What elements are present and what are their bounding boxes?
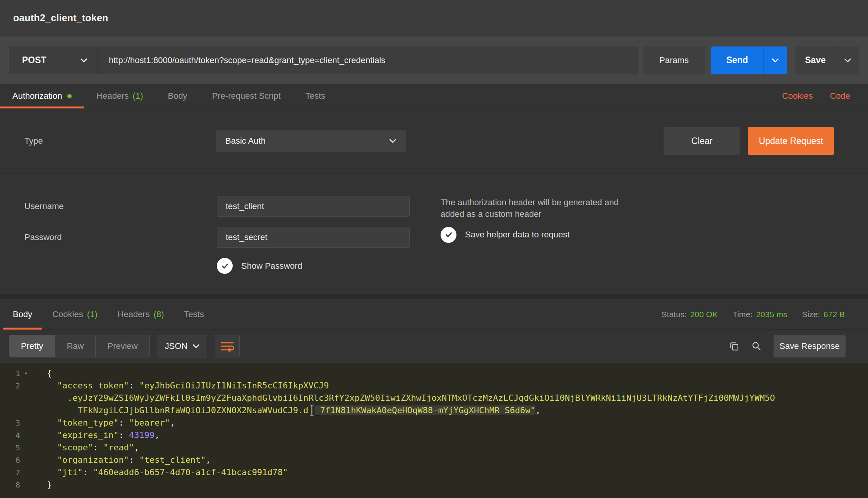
- response-toolbar: PrettyRawPreview JSON Save Resp: [0, 330, 868, 363]
- tab-tests[interactable]: Tests: [293, 84, 338, 108]
- line-number: 4: [0, 429, 20, 441]
- cookies-link[interactable]: Cookies: [782, 91, 813, 101]
- chevron-down-icon: [192, 344, 200, 349]
- code-row: "jti": "460eadd6-b657-4d70-a1cf-41bcac99…: [47, 466, 868, 479]
- response-format-dropdown[interactable]: JSON: [158, 335, 207, 357]
- code-line: 1▾{: [0, 367, 868, 380]
- tab-headers[interactable]: Headers(8): [108, 299, 174, 329]
- tab-pre-request-script[interactable]: Pre-request Script: [200, 84, 293, 108]
- tab-label: Body: [168, 91, 187, 101]
- auth-type-row: Type Basic Auth Clear Update Request: [0, 108, 868, 173]
- code-token: "expires_in": [47, 430, 118, 440]
- save-response-button[interactable]: Save Response: [774, 335, 846, 357]
- clear-button[interactable]: Clear: [664, 127, 740, 155]
- show-password-row: Show Password: [217, 258, 441, 274]
- show-password-label: Show Password: [241, 261, 302, 271]
- code-token: :: [83, 467, 93, 477]
- tab-headers[interactable]: Headers(1): [84, 84, 155, 108]
- save-helper-checkbox[interactable]: [441, 227, 456, 243]
- code-token: "organization": [47, 455, 129, 465]
- request-tab-links: CookiesCode: [782, 84, 868, 108]
- update-request-button[interactable]: Update Request: [748, 127, 834, 155]
- code-token: 43199: [129, 430, 154, 440]
- view-mode-pretty[interactable]: Pretty: [9, 335, 55, 357]
- copy-response-button[interactable]: [729, 341, 739, 352]
- response-toolbar-right: Save Response: [729, 335, 846, 357]
- send-options-button[interactable]: [763, 46, 787, 74]
- line-gutter: 5: [0, 441, 37, 454]
- chevron-down-icon: [772, 58, 779, 63]
- code-token: }: [47, 480, 52, 489]
- send-button-group: Send: [711, 46, 787, 74]
- line-gutter: 1▾: [0, 367, 37, 380]
- url-input[interactable]: http://host1:8000/oauth/token?scope=read…: [98, 46, 638, 74]
- method-dropdown[interactable]: POST: [9, 46, 98, 74]
- show-password-checkbox[interactable]: [217, 258, 233, 274]
- tab-label: Pre-request Script: [212, 91, 281, 101]
- meta-label: Status:: [662, 310, 687, 319]
- params-button[interactable]: Params: [643, 46, 705, 74]
- line-number: 7: [0, 466, 20, 479]
- line-gutter: 4: [0, 429, 37, 441]
- authorization-panel: Type Basic Auth Clear Update Request Use…: [0, 108, 868, 294]
- password-input[interactable]: test_secret: [217, 227, 410, 248]
- tab-body[interactable]: Body: [3, 299, 42, 329]
- tab-body[interactable]: Body: [155, 84, 199, 108]
- send-button[interactable]: Send: [711, 46, 763, 74]
- save-button[interactable]: Save: [795, 46, 836, 74]
- code-link[interactable]: Code: [830, 91, 850, 101]
- view-mode-preview[interactable]: Preview: [96, 335, 149, 357]
- method-label: POST: [22, 55, 46, 65]
- password-value: test_secret: [226, 232, 268, 242]
- check-icon: [444, 230, 453, 239]
- line-gutter: 7: [0, 466, 37, 479]
- search-response-button[interactable]: [751, 341, 762, 352]
- line-gutter: 8: [0, 479, 37, 491]
- request-tabs: AuthorizationHeaders(1)BodyPre-request S…: [0, 84, 338, 108]
- username-value: test_client: [226, 201, 264, 211]
- response-size: Size:672 B: [802, 310, 845, 319]
- code-row: "access_token": "eyJhbGciOiJIUzI1NiIsInR…: [47, 380, 868, 392]
- line-number: 3: [0, 417, 20, 429]
- save-helper-row: Save helper data to request: [441, 227, 868, 243]
- green-status-dot-icon: [67, 94, 72, 98]
- code-token: :: [118, 430, 129, 440]
- gutter-spacer: [20, 417, 32, 429]
- gutter-spacer: [20, 441, 32, 454]
- tab-count-badge: (8): [154, 309, 164, 319]
- credentials-area: Username test_client Password test_secre…: [0, 174, 868, 294]
- password-label: Password: [24, 232, 217, 242]
- tab-authorization[interactable]: Authorization: [0, 84, 84, 108]
- auth-type-dropdown[interactable]: Basic Auth: [216, 130, 406, 152]
- view-mode-raw[interactable]: Raw: [55, 335, 96, 357]
- response-body-editor[interactable]: 1▾{2 "access_token": "eyJhbGciOiJIUzI1Ni…: [0, 363, 868, 498]
- fold-arrow-icon[interactable]: ▾: [20, 367, 32, 380]
- meta-value: 200 OK: [690, 310, 718, 319]
- code-token: "eyJhbGciOiJIUzI1NiIsInR5cCI6IkpXVCJ9: [139, 381, 329, 390]
- chevron-down-icon: [389, 139, 396, 143]
- code-row: TFkNzgiLCJjbGllbnRfaWQiOiJ0ZXN0X2NsaWVud…: [47, 404, 868, 417]
- username-input[interactable]: test_client: [217, 196, 410, 217]
- auth-helper-note: The authorization header will be generat…: [441, 197, 634, 220]
- code-token: "460eadd6-b657-4d70-a1cf-41bcac991d78": [93, 467, 288, 477]
- save-options-button[interactable]: [836, 46, 859, 74]
- password-row: Password test_secret: [24, 227, 441, 248]
- username-label: Username: [24, 201, 217, 211]
- pane-splitter[interactable]: [0, 294, 868, 299]
- code-token: :: [93, 443, 103, 452]
- line-number: 1: [0, 367, 20, 380]
- response-tab-bar: BodyCookies(1)Headers(8)Tests Status:200…: [0, 299, 868, 330]
- tab-cookies[interactable]: Cookies(1): [42, 299, 107, 329]
- auth-type-value: Basic Auth: [225, 136, 266, 146]
- code-line: 7 "jti": "460eadd6-b657-4d70-a1cf-41bcac…: [0, 466, 868, 479]
- request-titlebar: oauth2_client_token: [0, 0, 868, 36]
- code-token: TFkNzgiLCJjbGllbnRfaWQiOiJ0ZXN0X2NsaWVud…: [47, 405, 309, 415]
- tab-tests[interactable]: Tests: [174, 299, 214, 329]
- wrap-text-button[interactable]: [215, 335, 240, 357]
- tab-label: Tests: [305, 91, 325, 101]
- meta-value: 672 B: [823, 310, 845, 319]
- search-icon: [751, 341, 762, 352]
- code-token: ,: [154, 430, 160, 440]
- chevron-down-icon: [80, 58, 87, 63]
- response-status: Status:200 OK: [662, 310, 718, 319]
